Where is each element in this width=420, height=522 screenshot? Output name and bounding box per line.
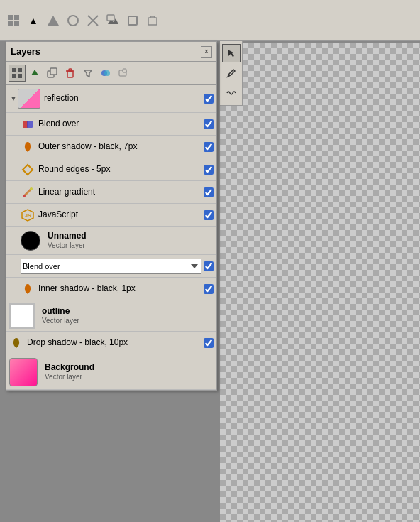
layer-item-javascript[interactable]: JS JavaScript: [6, 204, 216, 227]
layers-tool-colors[interactable]: [97, 65, 114, 82]
layer-item-blend-dropdown[interactable]: Blend over Normal Multiply Screen: [6, 255, 216, 278]
layer-name-blend-over: Blend over: [38, 119, 201, 129]
layer-name-javascript: JavaScript: [38, 210, 201, 219]
layers-close-button[interactable]: ×: [201, 46, 212, 58]
layer-thumb-reflection: [18, 89, 40, 109]
rt-btn-wave[interactable]: [222, 84, 241, 102]
blend-icon: [21, 117, 35, 131]
layer-check-blend-over[interactable]: [204, 119, 214, 129]
layer-item-blend-over[interactable]: Blend over: [6, 113, 216, 136]
toolbar-btn-5[interactable]: [84, 11, 102, 30]
layer-name-unnamed: Unnamed Vector layer: [48, 231, 214, 249]
layer-item-background[interactable]: Background Vector layer: [6, 354, 216, 390]
svg-rect-22: [123, 69, 126, 72]
blend-mode-dropdown[interactable]: Blend over Normal Multiply Screen: [21, 259, 201, 274]
layer-check-outer-shadow[interactable]: [204, 142, 214, 152]
svg-point-26: [23, 195, 26, 197]
layer-name-outline: outline Vector layer: [42, 306, 214, 325]
layer-thumb-outline: [9, 303, 35, 329]
layer-item-inner-shadow[interactable]: Inner shadow - black, 1px: [6, 278, 216, 300]
svg-rect-12: [12, 74, 16, 78]
svg-rect-11: [18, 68, 22, 72]
layers-title-bar: Layers ×: [6, 42, 216, 62]
svg-rect-15: [50, 68, 57, 75]
svg-point-27: [30, 187, 33, 190]
svg-point-20: [104, 70, 110, 76]
layer-name-reflection: reflection: [44, 93, 201, 103]
svg-rect-7: [107, 15, 114, 21]
layer-name-linear-gradient: Linear gradient: [38, 187, 201, 197]
canvas-area: [220, 43, 420, 522]
linear-gradient-icon: [21, 185, 35, 200]
layer-name-drop-shadow: Drop shadow - black, 10px: [27, 337, 201, 347]
inner-shadow-icon: [21, 282, 35, 296]
layer-name-inner-shadow: Inner shadow - black, 1px: [38, 283, 201, 293]
layer-check-drop-shadow[interactable]: [204, 338, 214, 348]
javascript-icon: JS: [21, 208, 35, 222]
toolbar-btn-4[interactable]: [64, 11, 82, 30]
toolbar-btn-1[interactable]: [4, 11, 23, 30]
layers-tool-move-up[interactable]: [26, 65, 43, 82]
layers-tool-new-layer[interactable]: [9, 65, 26, 82]
expand-reflection[interactable]: ▼: [9, 94, 18, 103]
layer-item-drop-shadow[interactable]: Drop shadow - black, 10px: [6, 332, 216, 354]
layer-item-outer-shadow[interactable]: Outer shadow - black, 7px: [6, 136, 216, 158]
layers-panel: Layers ×: [6, 41, 217, 391]
svg-rect-24: [27, 121, 33, 128]
svg-rect-8: [128, 16, 137, 25]
layer-item-unnamed[interactable]: Unnamed Vector layer: [6, 227, 216, 255]
layer-check-inner-shadow[interactable]: [204, 284, 214, 294]
svg-rect-13: [18, 74, 22, 78]
svg-rect-16: [67, 71, 73, 77]
layers-toolbar: [6, 62, 216, 85]
layers-tool-delete[interactable]: [62, 65, 79, 82]
layer-check-round-edges[interactable]: [204, 165, 214, 175]
layers-tool-duplicate[interactable]: [44, 65, 61, 82]
rt-btn-arrow[interactable]: [222, 44, 241, 62]
svg-rect-2: [8, 21, 13, 26]
layer-thumb-background: [9, 358, 38, 386]
right-toolbar: [220, 41, 243, 106]
svg-marker-25: [23, 165, 33, 175]
layer-item-round-edges[interactable]: Round edges - 5px: [6, 158, 216, 181]
layer-check-javascript[interactable]: [204, 210, 214, 220]
top-toolbar: ▲: [0, 0, 420, 41]
toolbar-btn-8[interactable]: [143, 11, 162, 30]
svg-rect-18: [69, 69, 72, 71]
svg-rect-0: [8, 15, 13, 20]
toolbar-btn-6[interactable]: [104, 11, 122, 30]
outer-shadow-icon: [21, 140, 35, 154]
svg-point-4: [68, 16, 78, 26]
svg-rect-1: [14, 15, 19, 20]
rt-btn-pen[interactable]: [222, 64, 241, 82]
layer-item-outline[interactable]: outline Vector layer: [6, 300, 216, 332]
layers-tool-filter[interactable]: [79, 65, 96, 82]
layer-name-outer-shadow: Outer shadow - black, 7px: [38, 141, 201, 151]
layer-check-linear-gradient[interactable]: [204, 187, 214, 197]
layers-tool-move[interactable]: [115, 65, 132, 82]
round-edges-icon: [21, 163, 35, 177]
toolbar-btn-arrow[interactable]: ▲: [24, 11, 43, 30]
svg-rect-10: [12, 68, 16, 72]
layer-check-blend-dropdown[interactable]: [204, 261, 214, 271]
toolbar-btn-7[interactable]: [123, 11, 142, 30]
layers-list: ▼ reflection Blend over: [6, 85, 216, 390]
layers-panel-title: Layers: [11, 46, 40, 57]
drop-shadow-icon: [9, 336, 23, 350]
toolbar-btn-3[interactable]: [44, 11, 62, 30]
layer-name-round-edges: Round edges - 5px: [38, 164, 201, 174]
layer-check-reflection[interactable]: [204, 94, 214, 104]
layer-item-linear-gradient[interactable]: Linear gradient: [6, 181, 216, 204]
layer-thumb-unnamed: [21, 231, 40, 251]
layer-item-reflection[interactable]: ▼ reflection: [6, 85, 216, 113]
svg-text:JS: JS: [25, 213, 31, 218]
svg-rect-3: [14, 21, 19, 26]
layer-name-background: Background Vector layer: [45, 362, 214, 381]
svg-rect-9: [148, 18, 157, 25]
